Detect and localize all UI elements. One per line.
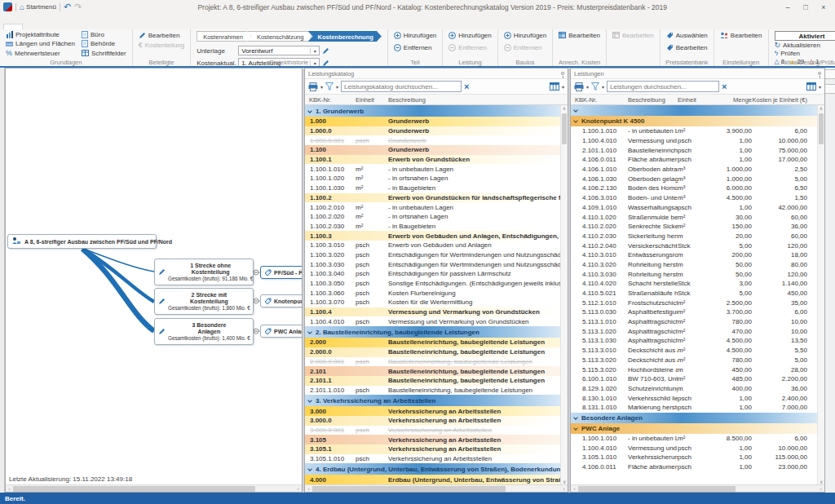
table-row[interactable]: 4.110.4.020 Schacht herstellen einschlie… [571,279,817,289]
minimize-button[interactable]: – [783,3,793,11]
table-row[interactable]: 1.100.3.040 psch Entschädigungen für pas… [305,269,560,279]
table-row[interactable]: 1.000.0 Grunderwerb [305,126,560,136]
table-row[interactable]: 3.000.0 Verkehrssicherung an Arbeitsstel… [305,416,560,426]
leistungen-search-input[interactable] [607,81,719,92]
clear-search-icon[interactable]: × [722,82,727,91]
scroll-left-icon[interactable]: ‹ [6,485,13,493]
close-button[interactable]: × [819,3,828,11]
table-row[interactable]: 5.112.1.010 Frostschutzschicht herstelle… [571,298,817,307]
table-row[interactable]: 1.000 Grunderwerb [305,117,560,126]
mehrwertsteuer-button[interactable]: % Mehrwertsteuer [6,50,75,57]
column-header[interactable]: Beschreibung [628,96,678,104]
table-row[interactable]: 1.100.3.060 psch Kosten Flurbereinigung [305,288,560,298]
tree-node-strecke-mit[interactable]: 2 Strecke mitKostenteilung Gesamtkosten … [154,288,254,315]
baulos-entfernen-button[interactable]: Entfernen [504,43,546,51]
vertical-scrollbar[interactable]: ∧∨ [560,105,568,484]
side-tab[interactable] [825,69,835,79]
teil-entfernen-button[interactable]: Entfernen [394,43,436,51]
phase-kostenschaetzung[interactable]: Kostenschätzung [247,31,312,42]
table-row[interactable]: 1.100.4.010 Vermessung und Vermarkung v.… [571,443,817,453]
table-row[interactable]: 1.100.1.010 - in unbebauten Lagen m² 8.5… [571,434,817,444]
table-row[interactable]: 4.110.3.020 Rohrleitung herstellen, bis … [571,260,817,270]
table-row[interactable]: 2.101.1.010 Baustelleneinrichtung, baube… [571,145,817,155]
chevron-down-icon[interactable] [307,329,312,334]
table-row[interactable] [571,105,817,116]
table-row[interactable]: 1.100.3.020 psch Entschädigungen für Wer… [305,250,560,260]
tree-leaf-pf-sued[interactable]: PF/Süd - PF/N [260,266,302,279]
column-header[interactable]: Einheit [678,96,705,104]
table-row[interactable]: 4. Erdbau (Untergrund, Unterbau, Entwäss… [305,463,560,475]
table-row[interactable]: 5.113.0.030 Asphaltbefestigung aufbreche… [571,307,817,317]
filter-icon[interactable] [325,82,334,91]
table-row[interactable]: 8.130.1.010 Verkehrsschild liefern und a… [571,393,817,403]
laengen-flaechen-button[interactable]: Längen und Flächen [6,40,75,47]
table-row[interactable]: 1.100.2.020 m² - in ortsnahen Lagen [305,212,560,222]
beteiligte-bearbeiten-button[interactable]: Bearbeiten [139,31,185,39]
projektattribute-button[interactable]: Projektattribute [6,31,75,38]
table-row[interactable]: 1.100.3.030 psch Entschädigungen für Wer… [305,259,560,269]
table-row[interactable]: 1.100.1 Erwerb von Grundstücken [305,155,560,165]
leistung-hinzufuegen-button[interactable]: Hinzufügen [448,31,491,39]
table-row[interactable]: 1.100.4.010 Vermessung und Vermarkung v.… [571,136,817,146]
table-row[interactable]: 1.100.3.070 psch Kosten für die Wertermi… [305,298,560,307]
chevron-down-icon[interactable]: ▾ [562,84,564,90]
table-row[interactable]: 1.100.2 Erwerb von Grundstücken für land… [305,193,560,203]
table-row[interactable]: 1.100.1.010 m² - in unbebauten Lagen [305,164,560,174]
table-row[interactable]: 3.105 Verkehrssicherung an Arbeitsstelle… [305,435,560,444]
column-chooser-icon[interactable] [550,82,559,91]
horizontal-scrollbar[interactable]: ‹ › [305,484,568,492]
chevron-down-icon[interactable]: ▾ [310,48,319,54]
column-chooser-icon[interactable] [806,82,816,91]
chevron-down-icon[interactable]: ▾ [336,84,338,90]
table-row[interactable]: 3.105.1.010 psch Verkehrssicherung an Ar… [305,454,560,464]
table-row[interactable]: 4.110.2.030 Sickerleitung herstellen m 2… [571,232,817,241]
table-row[interactable]: 5.113.1.030 Asphalttragschicht herstelle… [571,336,817,346]
vertical-scrollbar[interactable]: ∧∨ [817,105,824,484]
anrech-kosten-bearbeiten-button[interactable]: Bearbeiten [559,31,600,39]
chevron-down-icon[interactable]: ▾ [586,84,589,90]
chevron-down-icon[interactable]: ▾ [320,84,323,90]
table-row[interactable]: 1.000.0.001 psch Grunderwerb [305,135,560,145]
chevron-down-icon[interactable] [307,398,312,403]
table-row[interactable]: 4.106.1.030 Oberboden gelagert andecken … [571,174,817,183]
preisdatenbank-bearbeiten-button[interactable]: Bearbeiten [666,43,708,51]
table-row[interactable]: 4.110.3.010 Entwässerungsrohrleitungen a… [571,250,817,260]
table-row[interactable]: 1.100.3 Erwerb von Gebäuden und Anlagen,… [305,231,560,241]
table-row[interactable]: 1.100 Grunderwerb [305,145,560,155]
table-row[interactable]: 4.110.1.020 Straßenmulde befestigen m² 3… [571,212,817,222]
print-icon[interactable] [308,82,318,91]
column-header[interactable]: KBK-Nr. [571,96,628,104]
aktualisieren-button[interactable]: ↻ Aktualisieren [775,42,835,49]
schriftfelder-button[interactable]: Schriftfelder [82,50,126,57]
table-row[interactable]: 4.000 Erdbau (Untergrund, Unterbau, Entw… [305,475,560,484]
table-row[interactable]: Knotenpunkt K 4500 [571,116,817,126]
scroll-right-icon[interactable]: › [294,485,302,493]
tree-canvas[interactable]: A 8, 6-streifiger Ausbau zwischen PF/Süd… [6,69,302,475]
horizontal-scrollbar[interactable]: ‹ › [6,484,302,492]
pin-icon[interactable] [561,72,564,75]
column-header[interactable]: Menge [705,96,752,104]
buero-button[interactable]: Büro [82,31,126,38]
table-row[interactable]: 1.100.1.030 m² - in Baugebieten [305,183,560,193]
pruefen-button[interactable]: ϟ Prüfen [775,50,835,57]
table-row[interactable]: 2.000 Baustelleneinrichtung, baubegleite… [305,338,560,347]
extra-bearbeiten-button[interactable]: Bearbeiten [612,31,654,39]
chevron-down-icon[interactable] [573,118,578,123]
scroll-left-icon[interactable]: ‹ [571,485,578,493]
project-root-node[interactable]: A 8, 6-streifiger Ausbau zwischen PF/Süd… [7,234,157,249]
tree-leaf-pwc-anlage[interactable]: PWC Anlage [260,325,302,338]
kostenteilung-button[interactable]: € Kostenteilung [139,41,185,49]
baulos-hinzufuegen-button[interactable]: Hinzufügen [504,31,546,39]
table-row[interactable]: 4.106.0.011 Fläche abräumen psch 1,00 17… [571,155,817,165]
chevron-down-icon[interactable] [573,108,578,113]
column-header[interactable]: KBK-Nr. [305,96,356,104]
aktiviert-button[interactable]: Aktiviert [775,31,835,41]
table-row[interactable]: 2.101.1 Baustelleneinrichtung, baubeglei… [305,376,560,386]
scroll-left-icon[interactable]: ‹ [305,485,312,493]
table-row[interactable]: 1.100.3.050 psch Sonstige Entschädigunge… [305,279,560,289]
table-row[interactable]: 5.113.1.010 Asphalttragschicht herstelle… [571,317,817,327]
table-row[interactable]: 2.000.0.001 psch Baustelleneinrichtung, … [305,357,560,367]
filter-icon[interactable] [591,82,599,91]
einstellungen-bearbeiten-button[interactable]: Bearbeiten [720,31,762,39]
table-row[interactable]: 4.110.3.030 Rohrleitung herstellen, DN 3… [571,269,817,279]
